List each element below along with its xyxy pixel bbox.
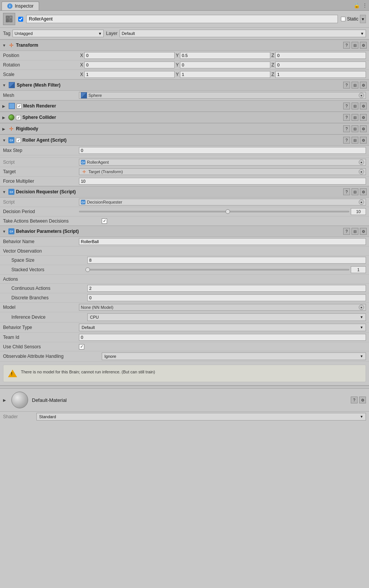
layer-select[interactable]: Default ▼ [120,30,366,37]
mesh-filter-gear-btn[interactable]: ⚙ [360,82,367,89]
sphere-collider-arrow[interactable]: ▶ [2,115,7,120]
decision-period-slider-track[interactable] [79,211,349,212]
observable-attr-dropdown[interactable]: Ignore ▼ [102,352,366,360]
behavior-params-arrow[interactable]: ▼ [2,229,7,234]
material-shader-label: Shader [3,414,33,419]
mesh-renderer-help-btn[interactable]: ? [343,103,350,109]
stacked-vectors-slider-thumb[interactable] [85,267,90,272]
lock-icon[interactable]: 🔒 [353,2,360,8]
team-id-input[interactable]: 0 [79,334,366,341]
scale-y-input[interactable]: 1 [180,71,270,78]
decision-requester-gear-btn[interactable]: ⚙ [360,188,367,195]
rigidbody-gear-btn[interactable]: ⚙ [360,125,367,132]
rigidbody-split-btn[interactable]: ⊟ [352,125,358,132]
active-checkbox[interactable] [18,17,23,22]
roller-agent-arrow[interactable]: ▼ [2,138,7,142]
decision-requester-help-btn[interactable]: ? [343,188,350,195]
script-select-btn[interactable]: ● [359,160,364,165]
take-actions-checkbox[interactable]: ✓ [102,218,107,224]
material-arrow[interactable]: ▶ [3,398,8,402]
decision-script-row: Script C# DecisionRequester ● [0,198,369,207]
tag-select[interactable]: Untagged ▼ [13,30,104,37]
mesh-renderer-gear-btn[interactable]: ⚙ [360,103,367,109]
target-row: Target ✛ Target (Transform) ● [0,167,369,177]
tag-layer-row: Tag Untagged ▼ Layer Default ▼ [0,28,369,40]
roller-agent-split-btn[interactable]: ⊟ [352,137,358,144]
target-obj-field[interactable]: ✛ Target (Transform) ● [79,168,366,175]
stacked-vectors-slider-track[interactable] [87,269,349,270]
inference-device-dropdown[interactable]: CPU ▼ [87,313,366,321]
decision-period-value[interactable]: 10 [351,208,366,215]
material-help-btn[interactable]: ? [351,397,358,403]
menu-icon[interactable]: ⋮ [362,2,367,8]
mesh-filter-section-header: ▼ Sphere (Mesh Filter) ? ⊟ ⚙ [0,79,369,91]
use-child-sensors-checkbox[interactable]: ✓ [79,344,84,349]
model-select-btn[interactable]: ● [359,305,364,310]
rot-z-input[interactable]: 0 [275,62,366,68]
sphere-collider-check[interactable]: ✓ [16,115,21,120]
model-obj-field[interactable]: None (NN Model) ● [79,304,366,311]
mesh-filter-icon [8,82,15,89]
transform-gear-btn[interactable]: ⚙ [360,42,367,49]
sphere-collider-gear-btn[interactable]: ⚙ [360,114,367,121]
mesh-renderer-split-btn[interactable]: ⊟ [352,103,358,109]
roller-agent-check[interactable]: ✓ [16,138,21,143]
material-sphere-preview [11,392,28,408]
mesh-obj-field[interactable]: Sphere ● [79,92,366,99]
sphere-collider-split-btn[interactable]: ⊟ [352,114,358,121]
rigidbody-icon: ✛ [8,126,14,132]
continuous-actions-input[interactable]: 2 [87,285,366,292]
sphere-collider-help-btn[interactable]: ? [343,114,350,121]
scale-z-input[interactable]: 1 [275,71,366,78]
target-transform-icon: ✛ [81,169,87,175]
behavior-params-split-btn[interactable]: ⊟ [352,228,358,235]
material-gear-btn[interactable]: ⚙ [359,397,366,403]
pos-z-input[interactable]: 0 [275,52,366,59]
decision-script-select-btn[interactable]: ● [359,199,364,205]
roller-agent-help-btn[interactable]: ? [343,137,350,144]
mesh-filter-split-btn[interactable]: ⊟ [352,82,358,89]
force-multiplier-row: Force Multiplier 10 [0,177,369,186]
pos-y-input[interactable]: 0.5 [180,52,270,59]
take-actions-label: Take Actions Between Decisions [3,218,102,224]
stacked-vectors-slider-container: 1 [87,266,366,273]
mesh-select-btn[interactable]: ● [359,93,364,98]
rot-x-input[interactable]: 0 [84,62,175,68]
roller-agent-gear-btn[interactable]: ⚙ [360,137,367,144]
decision-requester-split-btn[interactable]: ⊟ [352,188,358,195]
decision-period-slider-thumb[interactable] [226,209,230,214]
behavior-params-help-btn[interactable]: ? [343,228,350,235]
rigidbody-arrow[interactable]: ▶ [2,127,7,131]
transform-icon: ✛ [8,42,14,48]
max-step-input[interactable]: 0 [79,147,366,154]
transform-help-btn[interactable]: ? [343,42,350,49]
inspector-tab[interactable]: i Inspector [2,2,39,10]
behavior-type-dropdown[interactable]: Default ▼ [79,324,366,331]
stacked-vectors-value[interactable]: 1 [351,266,366,273]
space-size-input[interactable]: 8 [87,257,366,264]
scale-x-input[interactable]: 1 [84,71,175,78]
behavior-type-arrow: ▼ [360,326,363,329]
mesh-renderer-arrow[interactable]: ▶ [2,104,7,108]
force-multiplier-input[interactable]: 10 [79,178,366,185]
mesh-filter-arrow[interactable]: ▼ [2,83,7,87]
static-dropdown-arrow[interactable]: ▼ [360,15,366,23]
transform-split-btn[interactable]: ⊟ [352,42,358,49]
behavior-name-label: Behavior Name [3,239,79,244]
mesh-filter-help-btn[interactable]: ? [343,82,350,89]
target-select-btn[interactable]: ● [359,169,364,174]
behavior-name-input[interactable]: RollerBall [79,238,366,245]
mesh-renderer-check[interactable]: ✓ [17,104,22,109]
gameobject-name-input[interactable]: RollerAgent [26,15,338,23]
material-shader-dropdown[interactable]: Standard ▼ [36,413,366,420]
transform-collapse-arrow[interactable]: ▼ [2,43,7,47]
static-checkbox[interactable] [341,17,345,21]
rigidbody-help-btn[interactable]: ? [343,125,350,132]
script-row: Script C# RollerAgent ● [0,158,369,167]
decision-requester-arrow[interactable]: ▼ [2,190,7,194]
pos-z-label: Z [270,53,275,58]
pos-x-input[interactable]: 0 [84,52,175,59]
rot-y-input[interactable]: 0 [180,62,270,68]
behavior-params-gear-btn[interactable]: ⚙ [360,228,367,235]
discrete-branches-input[interactable]: 0 [87,294,366,301]
